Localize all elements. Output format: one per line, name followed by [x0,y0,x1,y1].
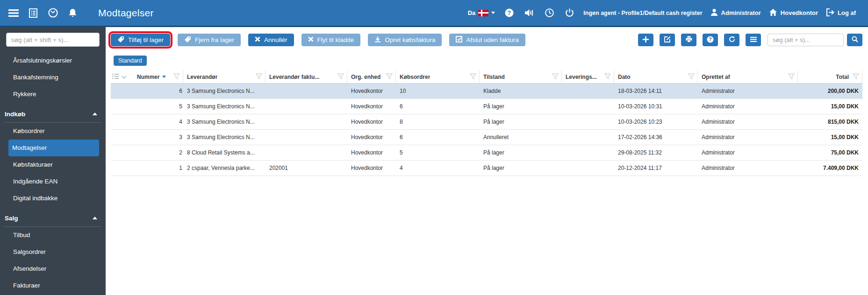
cell-dato: 29-08-2025 11:32 [614,149,698,156]
column-header-kobsordrer[interactable]: Købsordrer [396,70,480,83]
table-toolbar: ? [638,34,862,46]
cell-tilstand: På lager [480,119,562,125]
cancel-button[interactable]: Annullér [248,34,294,46]
help-icon: ? [707,36,714,44]
logout-icon [826,8,834,18]
add-button[interactable] [638,34,653,46]
logout-button[interactable]: Log af [826,8,856,18]
sidebar-item-indgaende-ean[interactable]: Indgående EAN [2,173,104,190]
table-row[interactable]: 4 3 Samsung Electronics N... Hovedkontor… [111,114,862,130]
bell-icon[interactable] [66,7,79,19]
table-row[interactable]: 2 8 Cloud Retail Systems a... Hovedkonto… [111,145,862,161]
selector-header[interactable] [111,70,133,83]
column-header-oprettet-af[interactable]: Oprettet af [698,70,798,83]
column-header-total[interactable]: Total [798,70,862,83]
sidebar-item-kobsordrer[interactable]: Købsordrer [2,123,104,140]
filter-icon[interactable] [853,73,859,81]
cell-oprettet: Administrator [698,119,798,125]
list-button[interactable] [746,34,761,46]
cell-leverandor: 3 Samsung Electronics N... [183,134,265,140]
cell-leverandor: 3 Samsung Electronics N... [183,119,265,125]
sidebar-item-arsafslutningskorsler[interactable]: Årsafslutningskørsler [2,52,104,69]
speaker-icon[interactable] [523,7,535,19]
sidebar-item-salgsordrer[interactable]: Salgsordrer [2,244,104,260]
column-header-tilstand[interactable]: Tilstand [480,70,562,83]
cell-nummer: 5 [133,103,183,110]
sidebar-item-modtagelser[interactable]: Modtagelser [8,140,99,156]
filter-icon[interactable] [256,73,262,81]
column-header-nummer[interactable]: Nummer [133,70,183,83]
table-row[interactable]: 3 3 Samsung Electronics N... Hovedkontor… [111,130,862,145]
move-to-draft-button[interactable]: Flyt til kladde [301,34,361,46]
table-row[interactable]: 1 2 cspaar, Vennesla parke... 202001 Hov… [111,161,862,176]
filter-icon[interactable] [688,73,695,81]
gauge-icon[interactable] [47,7,59,19]
table-row[interactable]: 5 3 Samsung Electronics N... Hovedkontor… [111,99,862,114]
sidebar-section-salg[interactable]: Salg [0,210,106,226]
cell-oprettet: Administrator [698,134,798,140]
remove-from-stock-button[interactable]: Fjern fra lager [178,34,241,46]
sort-desc-icon [162,76,166,78]
cell-total: 200,00 DKK [798,88,862,94]
sidebar-item-afsendelser[interactable]: Afsendelser [2,260,104,277]
help-icon[interactable]: ? [503,7,515,19]
view-tab-standard[interactable]: Standard [114,56,147,66]
cell-kobsordrer: 4 [396,165,480,171]
table-search-input[interactable] [768,34,844,46]
sidebar-item-bankafstemning[interactable]: Bankafstemning [2,69,104,86]
cell-nummer: 2 [133,149,183,156]
edit-button[interactable] [660,34,675,46]
clock-icon[interactable] [543,7,555,19]
finish-without-invoice-button[interactable]: Afslut uden faktura [449,34,525,46]
cell-dato: 18-03-2026 14:11 [614,88,698,94]
sidebar-item-kobsfakturaer[interactable]: Købsfakturaer [2,156,104,173]
sidebar-item-fakturaer[interactable]: Fakturaer [2,277,104,294]
menu-icon[interactable] [7,7,20,19]
filter-icon[interactable] [788,73,795,81]
sidebar-search-input[interactable] [6,33,100,47]
x-icon [255,36,260,43]
language-selector[interactable]: Da [468,9,495,16]
location-menu[interactable]: Hovedkontor [769,8,818,18]
cell-oprettet: Administrator [698,149,798,156]
refresh-button[interactable] [724,34,739,46]
cell-faktura: 202001 [265,165,347,171]
filter-icon[interactable] [470,73,476,81]
home-icon [769,8,777,18]
filter-icon[interactable] [552,73,559,81]
search-button[interactable] [847,34,862,46]
column-header-leverings[interactable]: Leverings... [562,70,614,83]
power-icon[interactable] [563,7,575,19]
language-label: Da [468,9,476,16]
cell-org: Hovedkontor [347,149,396,156]
row-list-icon [112,74,119,80]
cell-total: 15,00 DKK [798,134,862,140]
sidebar-item-tilbud[interactable]: Tilbud [2,227,104,244]
help-button[interactable]: ? [703,34,718,46]
filter-icon[interactable] [173,73,180,81]
sidebar-section-indkob[interactable]: Indkøb [0,105,106,122]
print-button[interactable] [681,34,696,46]
column-header-org-enhed[interactable]: Org. enhed [347,70,396,83]
column-header-dato[interactable]: Dato [614,70,698,83]
button-label: Fjern fra lager [195,36,234,43]
user-menu[interactable]: Administrator [710,8,761,18]
add-to-stock-button[interactable]: Tilføj til lager [111,34,170,46]
cell-org: Hovedkontor [347,134,396,140]
create-purchase-invoice-button[interactable]: Opret købsfaktura [368,34,442,46]
logout-label: Log af [838,9,856,16]
cell-total: 75,00 DKK [798,149,862,156]
journal-icon[interactable] [27,7,39,19]
svg-text:?: ? [709,37,711,42]
user-name: Administrator [721,9,761,16]
table-row[interactable]: 6 3 Samsung Electronics N... Hovedkontor… [111,84,862,99]
filter-icon[interactable] [337,73,344,81]
filter-icon[interactable] [604,73,611,81]
column-header-leverandor[interactable]: Leverandør [183,70,265,83]
column-header-leverandor-faktura[interactable]: Leverandør faktu... [265,70,347,83]
filter-icon[interactable] [386,73,393,81]
sidebar-item-rykkere[interactable]: Rykkere [2,86,104,103]
cell-tilstand: På lager [480,165,562,171]
sidebar-item-digital-indbakke[interactable]: Digital indbakke [2,190,104,207]
main-content: Tilføj til lager Fjern fra lager Annullé… [106,27,868,295]
